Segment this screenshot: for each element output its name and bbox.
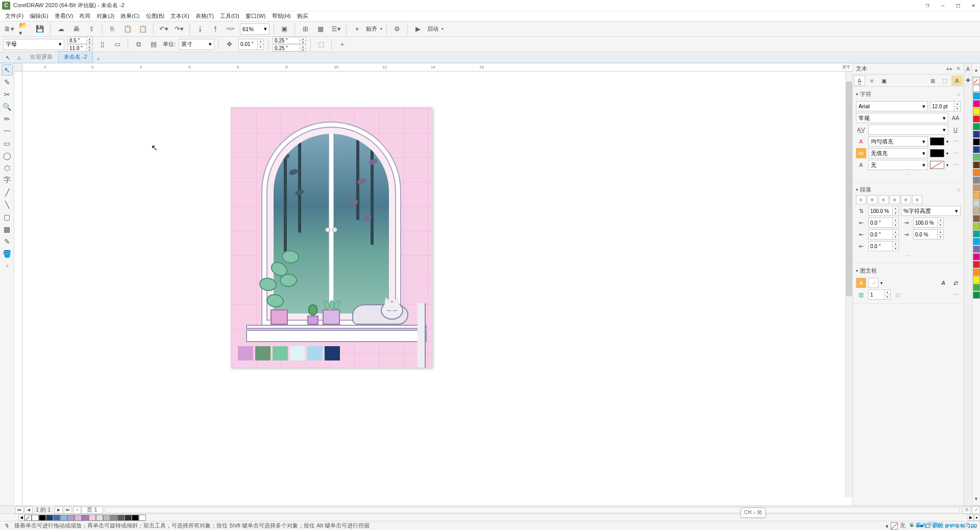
right-to-left-button[interactable]: ⇄	[950, 278, 961, 288]
palette-color[interactable]	[973, 108, 980, 115]
palette-color[interactable]	[973, 184, 980, 191]
quick-customize[interactable]: ＋	[2, 260, 13, 272]
canvas[interactable]: ↖	[22, 71, 852, 505]
palette-color[interactable]	[110, 515, 117, 521]
right-indent-spin[interactable]: ▲▼	[913, 218, 944, 228]
ruler-horizontal[interactable]: -20246810121416 英寸	[22, 63, 852, 71]
no-color-cell[interactable]	[973, 77, 980, 84]
align-center-button[interactable]: ≡	[878, 195, 889, 204]
tab-document[interactable]: 未命名 -2	[58, 51, 93, 63]
no-color-cell-h[interactable]	[24, 515, 32, 521]
palette-color[interactable]	[39, 515, 46, 521]
palette-color[interactable]	[973, 261, 980, 268]
child-restore-icon[interactable]: ❐	[923, 2, 932, 9]
palette-color[interactable]	[973, 154, 980, 161]
bgfill-options-button[interactable]: ⋯	[950, 148, 961, 158]
hpalette-right-button[interactable]: ▶	[968, 515, 974, 521]
minitab-2[interactable]: ✚	[965, 76, 972, 85]
menu-effects[interactable]: 效果(C)	[117, 12, 142, 20]
palette-color[interactable]	[973, 192, 980, 199]
section-options-icon[interactable]: ○	[957, 187, 961, 193]
docker-close-icon[interactable]: ✕	[956, 65, 961, 72]
kerning-combo[interactable]: ▾	[868, 125, 948, 135]
palette-color[interactable]	[973, 284, 980, 291]
options-button[interactable]: ⚙	[391, 23, 403, 35]
tab-frame-icon[interactable]: ▣	[878, 76, 890, 86]
ellipse-tool[interactable]: ◯	[2, 150, 13, 161]
ruler-vertical[interactable]	[14, 71, 22, 505]
after-spin[interactable]: ▲▼	[868, 229, 899, 239]
publish-pdf-button[interactable]: PDF	[225, 23, 237, 35]
page-prev-button[interactable]: ◀	[24, 507, 33, 514]
align-justify-button[interactable]: ≡	[901, 195, 911, 204]
unit-combo[interactable]: 英寸▾	[179, 39, 214, 50]
page-height-value[interactable]	[68, 45, 87, 51]
palette-color[interactable]	[973, 215, 980, 222]
eyedropper-tool[interactable]: ✎	[2, 236, 13, 247]
palette-color[interactable]	[60, 515, 67, 521]
drop-shadow-tool[interactable]: ▢	[2, 211, 13, 223]
palette-color[interactable]	[103, 515, 110, 521]
palette-color[interactable]	[67, 515, 75, 521]
tab-extra1-icon[interactable]: ⊞	[927, 76, 938, 86]
page-width-spin[interactable]: ▲▼	[67, 37, 93, 44]
palette-color[interactable]	[139, 515, 146, 521]
new-button[interactable]: 🗎▾	[3, 23, 15, 35]
menu-layout[interactable]: 布局	[76, 12, 93, 20]
block-after-spin[interactable]: ▲▼	[913, 229, 944, 239]
export-button-2[interactable]: ⭱	[209, 23, 222, 35]
frame-fit-button[interactable]: A	[856, 278, 866, 288]
palette-color[interactable]	[973, 238, 980, 245]
dup-y-value[interactable]	[273, 45, 301, 51]
paper-preset-combo[interactable]: 字母▾	[3, 39, 64, 50]
add-preset-button[interactable]: ＋	[336, 38, 348, 51]
copy-button[interactable]: ⎘	[106, 23, 118, 35]
first-line-value[interactable]	[869, 242, 892, 251]
horizontal-scrollbar[interactable]	[105, 507, 960, 513]
fullscreen-button[interactable]: ▣	[278, 23, 290, 35]
align-right-button[interactable]: ≡	[890, 195, 900, 204]
line-spacing-value[interactable]	[869, 206, 892, 215]
palette-color[interactable]	[973, 138, 980, 146]
outline-color-swatch[interactable]	[930, 161, 944, 169]
palette-color[interactable]	[973, 276, 980, 283]
palette-color[interactable]	[973, 207, 980, 214]
palette-color[interactable]	[973, 100, 980, 107]
palette-color[interactable]	[973, 200, 980, 207]
fill-options-button[interactable]: ⋯	[950, 136, 961, 147]
guides-button[interactable]: ☰▾	[330, 23, 342, 35]
fill-indicator[interactable]: ♦ 无	[886, 522, 905, 529]
palette-color[interactable]	[973, 253, 980, 260]
page-next-button[interactable]: ▶	[55, 507, 63, 514]
outline-combo[interactable]: 无▾	[868, 160, 928, 170]
close-button[interactable]: ✕	[969, 2, 978, 9]
palette-up-button[interactable]: ▲	[972, 63, 980, 77]
palette-color[interactable]	[973, 230, 980, 237]
underline-button[interactable]: U	[950, 125, 961, 135]
nav-zoom-button[interactable]: ⊡	[963, 507, 971, 514]
tab-extra2-icon[interactable]: ⬚	[939, 76, 950, 86]
minitab-1[interactable]: A	[965, 64, 972, 74]
menu-tools[interactable]: 工具(O)	[217, 12, 242, 20]
before-spin[interactable]: ▲▼	[868, 218, 899, 228]
font-family-combo[interactable]: Arial▾	[856, 101, 928, 111]
maximize-button[interactable]: □	[953, 2, 963, 9]
snap-icon[interactable]: ⌖	[351, 23, 363, 35]
nudge-value[interactable]	[239, 39, 258, 50]
text-tool[interactable]: 字	[2, 175, 13, 186]
font-size-value[interactable]	[930, 102, 954, 111]
connector-tool[interactable]: ╲	[2, 199, 13, 210]
save-button[interactable]: 💾	[34, 23, 46, 35]
tab-extra3-icon[interactable]: A	[951, 76, 963, 86]
palette-color[interactable]	[117, 515, 125, 521]
bgfill-color-swatch[interactable]	[930, 149, 944, 157]
palette-color[interactable]	[973, 246, 980, 253]
palette-color[interactable]	[973, 161, 980, 168]
palette-down-button[interactable]: ▼	[972, 492, 980, 505]
dup-y-spin[interactable]: ▲▼	[273, 44, 306, 52]
frame-options-button[interactable]: ⋯	[950, 290, 961, 300]
fill-color-swatch[interactable]	[930, 137, 944, 146]
palette-color[interactable]	[53, 515, 60, 521]
portrait-button[interactable]: ▯	[96, 38, 108, 51]
hpalette-flyout-button[interactable]: ▸	[974, 515, 980, 521]
